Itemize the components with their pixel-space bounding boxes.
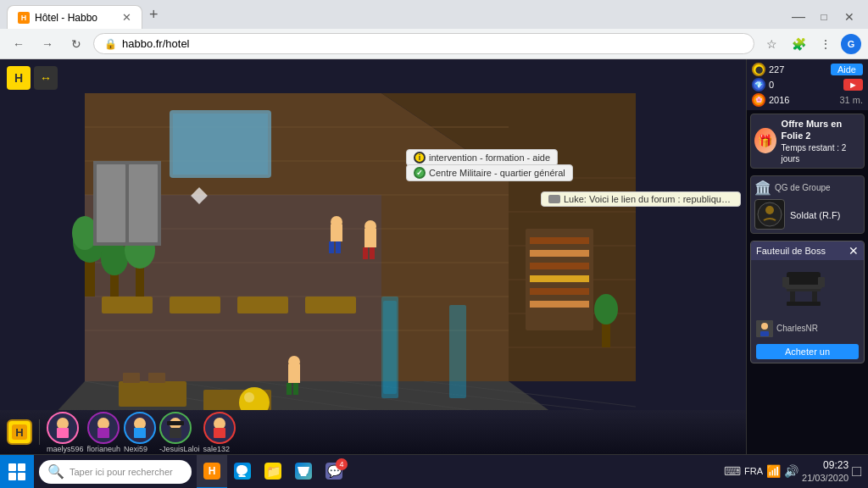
avatar-frame-5 xyxy=(203,412,236,444)
lock-icon: 🔒 xyxy=(104,38,117,50)
maximize-btn[interactable]: □ xyxy=(812,5,836,29)
search-placeholder: Taper ici pour rechercher xyxy=(70,467,173,477)
currency-bar: ⬤ 227 Aide 💎 0 ► 🌸 2016 31 m. xyxy=(747,59,868,110)
svg-rect-80 xyxy=(790,291,795,303)
avatar-name-4: -JesuisLaloi xyxy=(159,445,200,453)
svg-rect-81 xyxy=(812,291,817,303)
room-label-1-icon: i xyxy=(414,152,426,164)
fullscreen-btn[interactable]: ↔ xyxy=(34,66,58,90)
more-options-icon[interactable]: ⋮ xyxy=(814,32,837,56)
chat-bubble-text: Luke: Voici le lien du forum : republiqu… xyxy=(564,194,733,204)
volume-icon[interactable]: 🔊 xyxy=(784,464,798,478)
back-button[interactable]: ← xyxy=(7,32,31,56)
svg-rect-95 xyxy=(170,428,181,438)
minimize-btn[interactable]: — xyxy=(787,5,810,29)
svg-rect-58 xyxy=(363,247,368,259)
tab-favicon: H xyxy=(18,12,30,24)
svg-rect-96 xyxy=(167,421,184,425)
avatar-frame-4 xyxy=(159,412,192,444)
forward-button[interactable]: → xyxy=(36,32,59,56)
svg-rect-77 xyxy=(787,272,821,285)
currency-row-1: ⬤ 227 Aide xyxy=(752,63,863,76)
taskbar-store[interactable] xyxy=(288,455,319,489)
avatar-frame-1 xyxy=(47,412,79,444)
svg-rect-51 xyxy=(449,305,466,398)
season-value: 2016 xyxy=(769,95,789,105)
clock-date: 21/03/2020 xyxy=(802,472,849,484)
promo-banner[interactable]: 🎁 Offre Murs en Folie 2 Temps restant : … xyxy=(750,114,865,169)
svg-rect-79 xyxy=(818,277,825,287)
taskbar-chat-app[interactable]: 💬 4 xyxy=(319,455,349,489)
keyboard-icon[interactable]: ⌨ xyxy=(724,464,741,478)
toolbar-avatar-2[interactable]: florianeuh xyxy=(87,412,121,453)
extension-icon[interactable]: 🧩 xyxy=(787,32,810,56)
avatar-name-1: maelys596 xyxy=(47,445,84,453)
habbo-menu-btn[interactable]: H xyxy=(7,66,31,90)
timer-text: 31 m. xyxy=(839,95,863,105)
tab-close-btn[interactable]: ✕ xyxy=(122,11,131,24)
active-tab[interactable]: H Hôtel - Habbo ✕ xyxy=(7,5,142,29)
language-indicator[interactable]: FRA xyxy=(744,466,763,476)
svg-point-48 xyxy=(594,294,618,324)
room-label-2[interactable]: ✓ Centre Militaire - quartier général xyxy=(406,164,573,181)
url-bar[interactable]: 🔒 habbo.fr/hotel xyxy=(93,33,754,54)
toolbar-avatar-5[interactable]: sale132 xyxy=(203,412,236,453)
start-button[interactable] xyxy=(0,455,34,489)
svg-rect-32 xyxy=(148,373,165,383)
star-icon[interactable]: ☆ xyxy=(760,32,783,56)
svg-rect-29 xyxy=(119,381,186,407)
svg-point-97 xyxy=(214,418,225,430)
toolbar-avatar-1[interactable]: maelys596 xyxy=(47,412,84,453)
blue-value: 0 xyxy=(769,80,774,90)
avatar-frame-3 xyxy=(124,412,156,444)
red-button[interactable]: ► xyxy=(843,79,863,91)
system-tray: ⌨ FRA 📶 🔊 09:23 21/03/2020 □ xyxy=(717,459,868,485)
chat-bubble-icon xyxy=(548,195,560,203)
svg-point-88 xyxy=(57,418,69,430)
svg-rect-39 xyxy=(530,301,589,308)
aide-button[interactable]: Aide xyxy=(831,64,863,75)
search-bar[interactable]: 🔍 Taper ici pour rechercher xyxy=(39,460,192,484)
toolbar-avatar-4[interactable]: -JesuisLaloi xyxy=(159,412,200,453)
toolbar-avatar-3[interactable]: Nexi59 xyxy=(124,412,156,453)
owner-avatar xyxy=(756,320,773,337)
group-panel[interactable]: 🏛️ QG de Groupe Soldat (R.F) xyxy=(750,175,865,234)
habbo-home-btn[interactable]: H xyxy=(7,419,32,445)
furniture-close-btn[interactable]: ✕ xyxy=(849,244,859,258)
buy-button[interactable]: Acheter un xyxy=(756,344,859,359)
svg-rect-36 xyxy=(530,263,589,269)
windows-icon xyxy=(8,463,25,480)
windows-taskbar: 🔍 Taper ici pour rechercher H 📁 xyxy=(0,454,868,488)
room-label-1[interactable]: i intervention - formation - aide xyxy=(406,149,558,166)
avatar-name-2: florianeuh xyxy=(87,445,121,453)
game-area: H ↔ i intervention - formation - aide ✓ … xyxy=(0,59,868,488)
room-label-1-text: intervention - formation - aide xyxy=(429,152,550,163)
avatar-frame-2 xyxy=(87,412,120,444)
svg-rect-28 xyxy=(305,297,356,313)
profile-icon[interactable]: G xyxy=(841,34,861,54)
url-text: habbo.fr/hotel xyxy=(122,37,190,50)
taskbar-edge[interactable] xyxy=(227,455,258,489)
taskbar-habbo[interactable]: H xyxy=(197,455,227,489)
group-title: QG de Groupe xyxy=(775,183,831,192)
svg-rect-34 xyxy=(530,237,589,244)
edge-icon xyxy=(234,463,251,480)
right-panel: ⬤ 227 Aide 💎 0 ► 🌸 2016 31 m. 🎁 xyxy=(746,59,868,488)
win-quad-2 xyxy=(18,463,25,471)
currency-row-2: 💎 0 ► xyxy=(752,78,863,92)
taskbar-items: H 📁 💬 xyxy=(197,455,717,489)
clock[interactable]: 09:23 21/03/2020 xyxy=(802,459,849,485)
svg-rect-62 xyxy=(287,383,292,395)
refresh-button[interactable]: ↻ xyxy=(64,32,88,56)
network-icon[interactable]: 📶 xyxy=(766,464,781,478)
group-badge xyxy=(754,199,785,230)
new-tab-btn[interactable]: + xyxy=(142,1,165,29)
close-btn[interactable]: ✕ xyxy=(837,5,861,29)
svg-rect-93 xyxy=(134,428,146,438)
taskbar-files[interactable]: 📁 xyxy=(258,455,288,489)
store-icon xyxy=(295,463,312,480)
in-room-chat-bubble: Luke: Voici le lien du forum : republiqu… xyxy=(541,191,741,207)
notification-icon[interactable]: □ xyxy=(852,463,861,480)
svg-point-74 xyxy=(765,206,774,214)
season-coin-icon: 🌸 xyxy=(752,93,765,107)
